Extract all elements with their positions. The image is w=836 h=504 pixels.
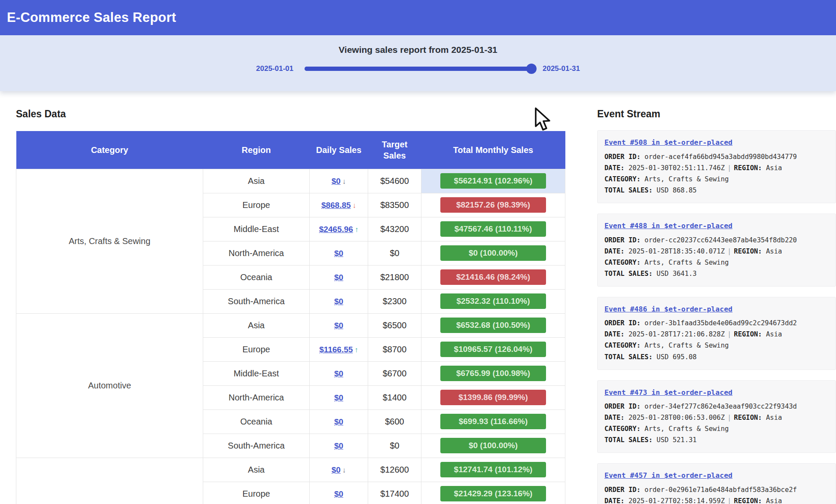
target-sales-cell: $600 bbox=[368, 409, 421, 434]
event-category-line: CATEGORY: Arts, Crafts & Sewing bbox=[604, 340, 829, 351]
monthly-sales-cell: $21416.46 (98.24%) bbox=[421, 265, 565, 289]
trend-arrow-icon: ↓ bbox=[353, 202, 357, 210]
target-sales-cell: $8700 bbox=[368, 337, 421, 361]
daily-sales-link[interactable]: $0 bbox=[334, 249, 343, 258]
sales-table: Category Region Daily Sales Target Sales… bbox=[16, 131, 565, 504]
daily-sales-cell: $1166.55↑ bbox=[310, 337, 368, 361]
monthly-sales-cell: $10965.57 (126.04%) bbox=[421, 337, 565, 361]
daily-sales-cell: $0 bbox=[310, 241, 368, 265]
event-stream-panel: Event Stream Event #508 in $et-order-pla… bbox=[597, 91, 836, 504]
date-slider[interactable] bbox=[305, 67, 531, 71]
region-cell: Middle-East bbox=[203, 361, 310, 385]
monthly-sales-badge: $82157.26 (98.39%) bbox=[440, 197, 546, 213]
monthly-sales-cell: $699.93 (116.66%) bbox=[421, 409, 565, 434]
region-cell: Asia bbox=[203, 313, 310, 337]
event-total-line: TOTAL SALES: USD 695.08 bbox=[604, 351, 829, 363]
trend-arrow-icon: ↑ bbox=[355, 226, 359, 234]
daily-sales-link[interactable]: $2465.96 bbox=[319, 225, 353, 234]
daily-sales-link[interactable]: $0 bbox=[332, 177, 341, 186]
event-order-line: ORDER ID: order-34ef277c862e4a3eaaf903cc… bbox=[604, 401, 829, 412]
main-content: Sales Data Category Region Daily Sales T… bbox=[0, 91, 836, 504]
daily-sales-cell: $0 bbox=[310, 434, 368, 458]
target-sales-cell: $0 bbox=[368, 434, 421, 458]
event-title-link[interactable]: Event #473 in $et-order-placed bbox=[604, 387, 732, 399]
daily-sales-link[interactable]: $868.85 bbox=[321, 201, 351, 210]
daily-sales-link[interactable]: $0 bbox=[334, 393, 343, 402]
daily-sales-link[interactable]: $0 bbox=[334, 321, 343, 330]
event-title-link[interactable]: Event #488 in $et-order-placed bbox=[604, 220, 732, 232]
sales-data-section: Sales Data Category Region Daily Sales T… bbox=[16, 91, 565, 504]
region-cell: North-America bbox=[203, 385, 310, 409]
column-header-region: Region bbox=[203, 131, 310, 169]
event-date-line: DATE: 2025-01-30T02:51:11.746Z|REGION: A… bbox=[604, 162, 829, 174]
region-cell: North-America bbox=[203, 241, 310, 265]
event-date-line: DATE: 2025-01-28T17:21:06.828Z|REGION: A… bbox=[604, 329, 829, 340]
monthly-sales-badge: $1399.86 (99.99%) bbox=[440, 390, 546, 405]
daily-sales-cell: $0 bbox=[310, 385, 368, 409]
daily-sales-link[interactable]: $0 bbox=[334, 441, 343, 450]
daily-sales-link[interactable]: $0 bbox=[332, 465, 341, 474]
event-card: Event #488 in $et-order-placed ORDER ID:… bbox=[597, 214, 836, 287]
table-row: Asia $0↓ $12600 $12741.74 (101.12%) bbox=[16, 458, 565, 482]
daily-sales-link[interactable]: $0 bbox=[334, 273, 343, 282]
region-cell: Europe bbox=[203, 337, 310, 361]
target-sales-cell: $21800 bbox=[368, 265, 421, 289]
daily-sales-link[interactable]: $0 bbox=[334, 417, 343, 426]
daily-sales-cell: $0 bbox=[310, 265, 368, 289]
event-date-line: DATE: 2025-01-27T02:58:14.959Z|REGION: A… bbox=[604, 495, 829, 504]
monthly-sales-badge: $6765.99 (100.98%) bbox=[440, 366, 546, 381]
daily-sales-cell: $2465.96↑ bbox=[310, 217, 368, 241]
region-cell: Oceania bbox=[203, 265, 310, 289]
monthly-sales-cell: $2532.32 (110.10%) bbox=[421, 289, 565, 313]
daily-sales-link[interactable]: $0 bbox=[334, 489, 343, 498]
slider-fill bbox=[305, 67, 531, 71]
event-date-line: DATE: 2025-01-28T18:35:40.071Z|REGION: A… bbox=[604, 246, 829, 257]
event-category-line: CATEGORY: Arts, Crafts & Sewing bbox=[604, 174, 829, 185]
daily-sales-cell: $0↓ bbox=[310, 169, 368, 193]
event-list: Event #508 in $et-order-placed ORDER ID:… bbox=[597, 130, 836, 504]
slider-handle[interactable] bbox=[526, 64, 537, 74]
region-cell: Oceania bbox=[203, 409, 310, 434]
monthly-sales-badge: $47567.46 (110.11%) bbox=[440, 221, 546, 237]
pipe-separator: | bbox=[725, 164, 734, 172]
pipe-separator: | bbox=[725, 247, 734, 255]
slider-max-label: 2025-01-31 bbox=[543, 64, 580, 73]
event-card: Event #508 in $et-order-placed ORDER ID:… bbox=[597, 130, 836, 203]
monthly-sales-cell: $1399.86 (99.99%) bbox=[421, 385, 565, 409]
monthly-sales-badge: $6532.68 (100.50%) bbox=[440, 318, 546, 333]
trend-arrow-icon: ↓ bbox=[342, 466, 346, 474]
event-order-line: ORDER ID: order-cc20237cc62443ee87ab4e35… bbox=[604, 235, 829, 246]
trend-arrow-icon: ↑ bbox=[354, 346, 358, 354]
daily-sales-cell: $0 bbox=[310, 482, 368, 504]
monthly-sales-badge: $699.93 (116.66%) bbox=[440, 414, 546, 429]
daily-sales-link[interactable]: $1166.55 bbox=[319, 345, 353, 354]
event-title-link[interactable]: Event #486 in $et-order-placed bbox=[604, 303, 732, 315]
event-card: Event #473 in $et-order-placed ORDER ID:… bbox=[597, 380, 836, 453]
target-sales-cell: $6700 bbox=[368, 361, 421, 385]
event-title-link[interactable]: Event #457 in $et-order-placed bbox=[604, 470, 732, 482]
pipe-separator: | bbox=[725, 330, 734, 338]
daily-sales-link[interactable]: $0 bbox=[334, 369, 343, 378]
region-cell: Asia bbox=[203, 458, 310, 482]
event-date-line: DATE: 2025-01-28T00:06:53.006Z|REGION: A… bbox=[604, 412, 829, 423]
daily-sales-link[interactable]: $0 bbox=[334, 297, 343, 306]
column-header-total-monthly-sales: Total Monthly Sales bbox=[421, 131, 565, 169]
region-cell: Middle-East bbox=[203, 217, 310, 241]
monthly-sales-cell: $6765.99 (100.98%) bbox=[421, 361, 565, 385]
monthly-sales-badge: $56214.91 (102.96%) bbox=[440, 173, 546, 189]
target-sales-cell: $12600 bbox=[368, 458, 421, 482]
monthly-sales-badge: $0 (100.00%) bbox=[440, 245, 546, 261]
monthly-sales-badge: $10965.57 (126.04%) bbox=[440, 342, 546, 357]
monthly-sales-cell: $6532.68 (100.50%) bbox=[421, 313, 565, 337]
event-title-link[interactable]: Event #508 in $et-order-placed bbox=[604, 137, 732, 149]
target-sales-cell: $2300 bbox=[368, 289, 421, 313]
target-sales-cell: $83500 bbox=[368, 193, 421, 217]
region-cell: South-America bbox=[203, 289, 310, 313]
monthly-sales-badge: $21416.46 (98.24%) bbox=[440, 269, 546, 285]
category-cell bbox=[16, 458, 203, 504]
monthly-sales-badge: $12741.74 (101.12%) bbox=[440, 462, 546, 477]
daily-sales-cell: $868.85↓ bbox=[310, 193, 368, 217]
table-row: Arts, Crafts & Sewing Asia $0↓ $54600 $5… bbox=[16, 169, 565, 193]
region-cell: Europe bbox=[203, 193, 310, 217]
slider-row: 2025-01-01 2025-01-31 bbox=[0, 64, 836, 73]
